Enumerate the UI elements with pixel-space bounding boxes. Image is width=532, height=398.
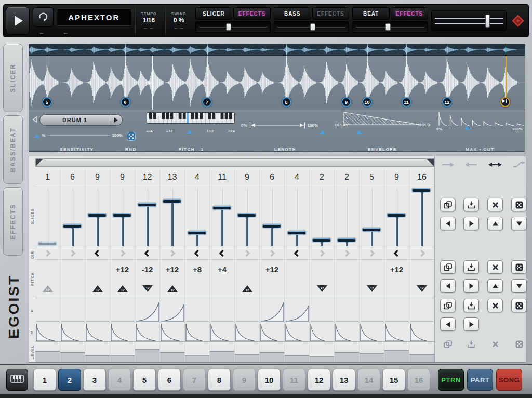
attack-step-2[interactable] (60, 298, 85, 322)
slice-marker-5[interactable]: 5 (42, 97, 52, 107)
arrow-shuffle-button[interactable] (512, 161, 526, 169)
pattern-step-13[interactable]: 13 (332, 369, 355, 391)
pitch-clear-button[interactable] (487, 260, 503, 274)
tab-bass[interactable]: BASS (274, 7, 311, 20)
pitch-down-button[interactable] (511, 279, 527, 293)
decay-step-4[interactable] (110, 322, 135, 341)
pitch-handle[interactable] (187, 129, 192, 134)
beat-mix-handle[interactable] (385, 23, 391, 31)
attack-step-7[interactable] (185, 298, 210, 322)
octave-step-5[interactable]: 12 (135, 279, 160, 298)
sensitivity-handle[interactable] (34, 134, 39, 138)
pattern-step-2[interactable]: 2 (58, 369, 81, 391)
pitch-value-step-9[interactable] (235, 260, 260, 279)
pitch-value-step-4[interactable]: +12 (110, 260, 135, 279)
decay-step-1[interactable] (35, 322, 60, 341)
level-step-9[interactable] (235, 342, 260, 362)
keyboard-mode-button[interactable] (6, 369, 28, 391)
attack-step-16[interactable] (409, 298, 434, 322)
pitch-right-button[interactable] (463, 279, 479, 293)
arrow-left-button[interactable] (464, 161, 478, 169)
direction-step-1[interactable] (35, 247, 60, 259)
slice-slider-step-8[interactable] (210, 187, 235, 247)
level-paste-button[interactable] (463, 337, 479, 351)
sidebar-tab-bassbeat[interactable]: BASS/BEAT (3, 115, 23, 184)
ptrn-button[interactable]: PTRN (438, 369, 464, 391)
random-dice-button[interactable] (127, 132, 136, 143)
direction-step-4[interactable] (110, 247, 135, 259)
pitch-keyboard[interactable] (147, 112, 235, 124)
decay-step-11[interactable] (285, 322, 310, 341)
sample-prev-button[interactable] (32, 116, 37, 125)
level-step-14[interactable] (360, 342, 384, 362)
pattern-step-4[interactable]: 4 (108, 369, 131, 391)
decay-step-12[interactable] (310, 322, 335, 341)
pitch-value-step-15[interactable]: +12 (384, 260, 409, 279)
direction-step-15[interactable] (384, 247, 409, 259)
level-copy-button[interactable] (440, 337, 456, 351)
pitch-value-step-7[interactable]: +8 (185, 260, 210, 279)
slice-slider-step-3[interactable] (85, 187, 110, 247)
tab-beat-effects[interactable]: EFFECTS (391, 7, 428, 20)
level-step-12[interactable] (310, 342, 335, 362)
level-step-10[interactable] (260, 342, 285, 362)
level-step-11[interactable] (285, 342, 310, 362)
slice-marker-6[interactable]: 6 (121, 97, 130, 107)
pitch-left-button[interactable] (440, 279, 456, 293)
pattern-step-6[interactable]: 6 (158, 369, 181, 391)
sidebar-tab-effects[interactable]: EFFECTS (3, 187, 23, 256)
slice-slider-step-15[interactable] (384, 187, 409, 247)
level-step-5[interactable] (135, 342, 160, 362)
pitch-copy-button[interactable] (440, 260, 456, 274)
waveform-overview[interactable] (29, 44, 525, 56)
tempo-arrows-icon[interactable]: ←→ (143, 25, 154, 30)
tab-slicer-effects[interactable]: EFFECTS (233, 7, 271, 20)
slice-slider-step-7[interactable] (185, 187, 210, 247)
retrigger-button[interactable] (33, 7, 54, 27)
pattern-step-16[interactable]: 16 (407, 369, 430, 391)
decay-step-15[interactable] (384, 322, 409, 341)
attack-step-4[interactable] (110, 298, 135, 322)
decay-step-2[interactable] (60, 322, 85, 341)
level-step-15[interactable] (384, 342, 409, 362)
envelope-right-button[interactable] (463, 317, 479, 331)
pattern-step-12[interactable]: 12 (308, 369, 330, 391)
direction-step-13[interactable] (335, 247, 360, 259)
pitch-value-step-8[interactable]: +4 (210, 260, 235, 279)
decay-step-10[interactable] (260, 322, 285, 341)
decay-step-3[interactable] (85, 322, 110, 341)
slices-up-button[interactable] (487, 217, 503, 230)
pitch-value-step-2[interactable] (60, 260, 85, 279)
slice-slider-step-6[interactable] (160, 187, 185, 247)
direction-step-7[interactable] (185, 247, 210, 259)
pattern-step-7[interactable]: 7 (183, 369, 206, 391)
attack-step-15[interactable] (384, 298, 409, 322)
slice-marker-7[interactable]: 7 (202, 97, 212, 107)
octave-step-11[interactable] (285, 279, 310, 298)
slice-slider-step-5[interactable] (135, 187, 160, 247)
decay-step-16[interactable] (409, 322, 434, 341)
slices-left-button[interactable] (440, 217, 456, 230)
preset-display[interactable]: APHEXTOR (57, 8, 131, 26)
envelope-left-button[interactable] (440, 317, 456, 331)
direction-step-6[interactable] (160, 247, 185, 259)
retrigger-prev-arrow-icon[interactable]: ← (39, 30, 45, 35)
envelope-graph[interactable] (343, 111, 421, 126)
decay-step-5[interactable] (135, 322, 160, 341)
octave-step-16[interactable]: 12 (409, 279, 434, 298)
slices-clear-button[interactable] (487, 198, 503, 211)
pattern-step-11[interactable]: 11 (283, 369, 305, 391)
slice-marker-11[interactable]: 11 (402, 97, 411, 107)
pitch-random-button[interactable] (511, 260, 527, 274)
maxout-handle[interactable] (464, 126, 470, 130)
octave-step-6[interactable]: 12 (160, 279, 185, 298)
level-step-13[interactable] (335, 342, 360, 362)
pitch-value-step-6[interactable]: +12 (160, 260, 185, 279)
attack-step-13[interactable] (335, 298, 360, 322)
level-step-2[interactable] (60, 342, 85, 362)
pitch-value-step-14[interactable] (360, 260, 384, 279)
slice-slider-step-13[interactable] (335, 187, 360, 247)
attack-step-14[interactable] (360, 298, 384, 322)
pattern-step-15[interactable]: 15 (382, 369, 405, 391)
decay-step-13[interactable] (335, 322, 360, 341)
